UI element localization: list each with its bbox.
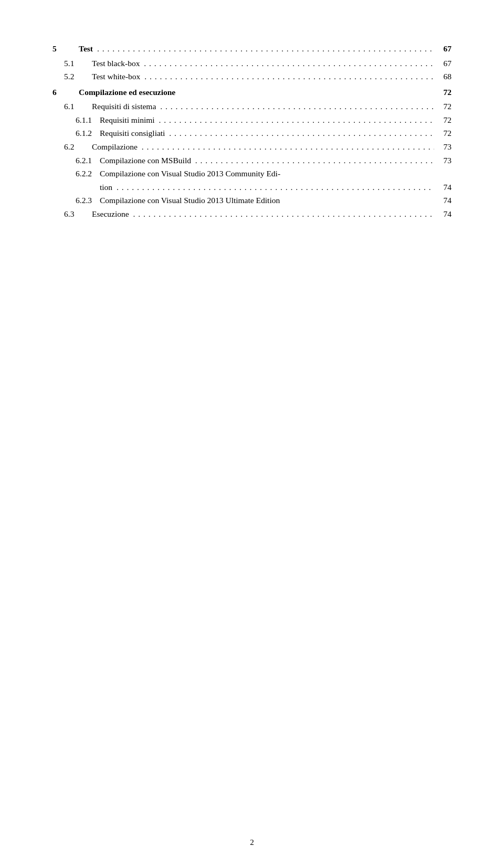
entry-page-s5-2: 68 bbox=[436, 70, 452, 83]
entry-dots-s6-2-2-line2: . . . . . . . . . . . . . . . . . . . . … bbox=[114, 181, 434, 194]
entry-label-s6-3: Esecuzione bbox=[92, 207, 129, 221]
toc-entry-s6-1: 6.1 Requisiti di sistema . . . . . . . .… bbox=[52, 100, 452, 113]
toc-entry-s5-1: 5.1 Test black-box . . . . . . . . . . .… bbox=[52, 57, 452, 70]
entry-dots-ch5: . . . . . . . . . . . . . . . . . . . . … bbox=[94, 42, 434, 56]
toc-entry-s6-2-1: 6.2.1 Compilazione con MSBuild . . . . .… bbox=[52, 154, 452, 167]
entry-page-s5-1: 67 bbox=[436, 57, 452, 70]
toc-entry-s5-2: 5.2 Test white-box . . . . . . . . . . .… bbox=[52, 70, 452, 83]
entry-page-s6-1-1: 72 bbox=[436, 113, 452, 127]
entry-dots-s6-2-3 bbox=[281, 194, 434, 207]
entry-label-s5-2: Test white-box bbox=[92, 70, 140, 83]
entry-label-s6-1-1: Requisiti minimi bbox=[100, 113, 155, 127]
entry-page-ch5: 67 bbox=[436, 42, 452, 56]
entry-num-s6-2: 6.2 bbox=[52, 140, 92, 154]
entry-page-s6-1: 72 bbox=[436, 100, 452, 113]
entry-page-s6-2-1: 73 bbox=[436, 154, 452, 167]
entry-num-s6-2-3: 6.2.3 bbox=[52, 194, 100, 207]
entry-label-s6-2-2-line2: tion bbox=[100, 181, 112, 194]
entry-num-s6-1-2: 6.1.2 bbox=[52, 126, 100, 140]
entry-dots-s6-2: . . . . . . . . . . . . . . . . . . . . … bbox=[139, 140, 434, 154]
page-number: 2 bbox=[250, 838, 254, 846]
entry-page-s6-2: 73 bbox=[436, 140, 452, 154]
entry-num-s6-2-2: 6.2.2 bbox=[52, 167, 100, 181]
entry-label-s6-2-3: Compilazione con Visual Studio 2013 Ulti… bbox=[100, 194, 280, 207]
toc-entry-ch5: 5 Test . . . . . . . . . . . . . . . . .… bbox=[52, 42, 452, 56]
toc-entry-s6-3: 6.3 Esecuzione . . . . . . . . . . . . .… bbox=[52, 207, 452, 221]
entry-label-ch5: Test bbox=[79, 42, 93, 56]
entry-dots-s6-3: . . . . . . . . . . . . . . . . . . . . … bbox=[131, 207, 434, 221]
entry-num-ch6: 6 bbox=[52, 86, 79, 99]
entry-label-s6-1-2: Requisiti consigliati bbox=[100, 126, 165, 140]
entry-label-s6-1: Requisiti di sistema bbox=[92, 100, 156, 113]
entry-dots-s6-2-2 bbox=[282, 167, 434, 181]
toc-entry-s6-1-1: 6.1.1 Requisiti minimi . . . . . . . . .… bbox=[52, 113, 452, 127]
entry-num-ch5: 5 bbox=[52, 42, 79, 56]
toc-entry-s6-2-3: 6.2.3 Compilazione con Visual Studio 201… bbox=[52, 194, 452, 207]
entry-label-ch6: Compilazione ed esecuzione bbox=[79, 86, 175, 99]
entry-label-s6-2: Compilazione bbox=[92, 140, 138, 154]
toc-entry-s6-2: 6.2 Compilazione . . . . . . . . . . . .… bbox=[52, 140, 452, 154]
entry-dots-ch6 bbox=[177, 86, 434, 99]
entry-dots-s5-1: . . . . . . . . . . . . . . . . . . . . … bbox=[141, 57, 434, 70]
entry-dots-s6-1-1: . . . . . . . . . . . . . . . . . . . . … bbox=[156, 113, 434, 127]
entry-num-s6-1: 6.1 bbox=[52, 100, 92, 113]
toc-entry-ch6: 6 Compilazione ed esecuzione 72 bbox=[52, 86, 452, 99]
toc-entry-s6-2-2-line2: tion . . . . . . . . . . . . . . . . . .… bbox=[52, 181, 452, 194]
entry-page-s6-2-2-p: 74 bbox=[436, 181, 452, 194]
toc-entry-s6-2-2: 6.2.2 Compilazione con Visual Studio 201… bbox=[52, 167, 452, 194]
toc-entry-s6-2-2-line1: 6.2.2 Compilazione con Visual Studio 201… bbox=[52, 167, 452, 181]
entry-num-s6-1-1: 6.1.1 bbox=[52, 113, 100, 127]
entry-dots-s5-2: . . . . . . . . . . . . . . . . . . . . … bbox=[142, 70, 434, 83]
entry-page-s6-3: 74 bbox=[436, 207, 452, 221]
entry-page-s6-2-3: 74 bbox=[436, 194, 452, 207]
entry-label-s6-2-1: Compilazione con MSBuild bbox=[100, 154, 191, 167]
entry-label-s6-2-2-line1: Compilazione con Visual Studio 2013 Comm… bbox=[100, 167, 280, 181]
entry-dots-s6-1-2: . . . . . . . . . . . . . . . . . . . . … bbox=[166, 126, 434, 140]
entry-num-s6-2-1: 6.2.1 bbox=[52, 154, 100, 167]
entry-num-s5-2: 5.2 bbox=[52, 70, 92, 83]
toc-content: 5 Test . . . . . . . . . . . . . . . . .… bbox=[52, 42, 452, 220]
page: 5 Test . . . . . . . . . . . . . . . . .… bbox=[0, 0, 504, 868]
entry-dots-s6-2-1: . . . . . . . . . . . . . . . . . . . . … bbox=[193, 154, 434, 167]
entry-num-s5-1: 5.1 bbox=[52, 57, 92, 70]
entry-page-s6-1-2: 72 bbox=[436, 126, 452, 140]
entry-label-s5-1: Test black-box bbox=[92, 57, 140, 70]
toc-entry-s6-1-2: 6.1.2 Requisiti consigliati . . . . . . … bbox=[52, 126, 452, 140]
entry-dots-s6-1: . . . . . . . . . . . . . . . . . . . . … bbox=[158, 100, 434, 113]
entry-page-ch6: 72 bbox=[436, 86, 452, 99]
page-footer: 2 bbox=[0, 838, 504, 847]
entry-num-s6-3: 6.3 bbox=[52, 207, 92, 221]
